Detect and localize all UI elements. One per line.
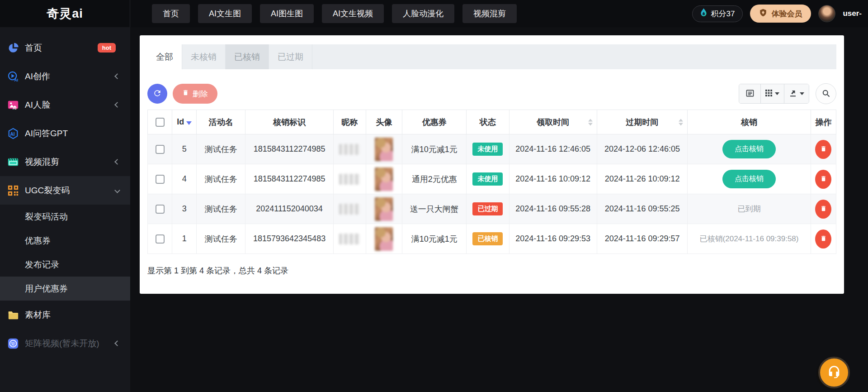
- cell-actions: [811, 134, 836, 164]
- sidebar-subitem-label: 用户优惠券: [25, 283, 68, 295]
- ai-gpt-icon: AI: [7, 127, 19, 140]
- tab-unverified[interactable]: 未核销: [182, 44, 226, 69]
- sidebar-item-video-mix[interactable]: 视频混剪: [0, 148, 130, 176]
- cell-id: 4: [172, 164, 197, 194]
- sidebar-subitem-fission-activity[interactable]: 裂变码活动: [0, 205, 130, 229]
- member-label: 体验会员: [771, 9, 802, 19]
- sidebar-item-ai-face[interactable]: AI AI人脸: [0, 91, 130, 119]
- topnav-video-mix[interactable]: 视频混剪: [462, 4, 517, 23]
- search-button[interactable]: [816, 83, 836, 104]
- avatar: [375, 227, 393, 251]
- sidebar-item-ugc-fission[interactable]: UGC裂变码: [0, 176, 130, 205]
- sidebar-item-home[interactable]: 首页 hot: [0, 33, 130, 62]
- delete-button[interactable]: 删除: [173, 84, 217, 104]
- cell-status: 已核销: [467, 224, 509, 254]
- cell-expire: 2024-11-26 10:09:12: [597, 164, 687, 194]
- ai-face-icon: AI: [7, 99, 19, 111]
- pagination-summary: 显示第 1 到第 4 条记录，总共 4 条记录: [147, 265, 288, 276]
- sidebar-item-label: UGC裂变码: [25, 185, 115, 196]
- row-delete-button[interactable]: [815, 229, 831, 249]
- verify-button[interactable]: 点击核销: [722, 140, 776, 158]
- topnav-face-anime[interactable]: 人脸动漫化: [392, 4, 454, 23]
- chevron-left-icon: [114, 340, 120, 346]
- topnav-image-to-image[interactable]: AI图生图: [260, 4, 314, 23]
- column-header-avatar: 头像: [366, 110, 402, 134]
- sort-desc-icon: [186, 121, 192, 125]
- svg-text:矩: 矩: [11, 341, 15, 346]
- user-avatar[interactable]: [818, 5, 835, 22]
- topbar-right: 积分37 体验会员 user-: [692, 5, 868, 23]
- cell-code: 1815843112274985: [245, 134, 333, 164]
- avatar: [375, 167, 393, 191]
- cell-received: 2024-11-16 09:55:28: [509, 194, 597, 224]
- columns-button[interactable]: [761, 84, 784, 103]
- sidebar-item-label: AI问答GPT: [25, 128, 119, 139]
- sidebar-item-material-library[interactable]: 素材库: [0, 301, 130, 329]
- row-checkbox[interactable]: [156, 145, 165, 154]
- column-header-expire[interactable]: 过期时间: [597, 110, 687, 134]
- verify-button[interactable]: 点击核销: [722, 170, 776, 188]
- row-delete-button[interactable]: [815, 200, 831, 219]
- cell-expire: 2024-11-16 09:29:57: [597, 224, 687, 254]
- sidebar-item-ai-create[interactable]: AI AI创作: [0, 62, 130, 91]
- main-content: 全部 未核销 已核销 已过期 删除: [130, 27, 868, 392]
- member-button[interactable]: 体验会员: [750, 5, 811, 23]
- refresh-icon: [153, 89, 162, 99]
- flame-icon: [700, 8, 707, 19]
- detail-view-button[interactable]: [739, 84, 761, 103]
- refresh-button[interactable]: [147, 84, 167, 104]
- chevron-left-icon: [114, 159, 120, 165]
- cell-coupon: 送一只大闸蟹: [402, 194, 467, 224]
- blurred-nickname: [339, 204, 360, 215]
- column-header-coupon: 优惠券: [402, 110, 467, 134]
- tab-all[interactable]: 全部: [147, 44, 182, 69]
- view-options-group: [739, 84, 809, 104]
- sidebar-item-label: 素材库: [25, 309, 119, 321]
- cell-activity: 测试任务: [197, 224, 245, 254]
- row-checkbox[interactable]: [156, 234, 165, 244]
- tab-verified[interactable]: 已核销: [226, 44, 269, 69]
- sidebar-subitem-coupons[interactable]: 优惠券: [0, 229, 130, 253]
- trash-icon: [820, 145, 827, 153]
- blurred-nickname: [339, 144, 360, 155]
- points-badge[interactable]: 积分37: [692, 5, 743, 22]
- tab-expired[interactable]: 已过期: [269, 44, 312, 69]
- sidebar-item-matrix-video[interactable]: 矩 矩阵视频(暂未开放): [0, 329, 130, 358]
- column-header-received[interactable]: 领取时间: [509, 110, 597, 134]
- select-all-checkbox[interactable]: [156, 118, 165, 127]
- sidebar-subitem-label: 裂变码活动: [25, 211, 68, 223]
- table-header-row: Id 活动名 核销标识 昵称 头像 优惠券 状态 领取时间 过期时间 核销 操作: [148, 110, 836, 134]
- toolbar-right: [739, 83, 836, 104]
- topnav-home[interactable]: 首页: [152, 4, 190, 23]
- caret-down-icon: [800, 92, 804, 95]
- cell-code: 1815843112274985: [245, 164, 333, 194]
- export-button[interactable]: [784, 84, 809, 103]
- sidebar-subitem-user-coupons[interactable]: 用户优惠券: [0, 277, 130, 301]
- sidebar-subitem-publish-records[interactable]: 发布记录: [0, 253, 130, 277]
- row-checkbox[interactable]: [156, 205, 165, 214]
- table-row: 5 测试任务 1815843112274985 满10元减1元 未使用 2024…: [148, 134, 836, 164]
- username: user-: [843, 9, 862, 18]
- cell-avatar: [366, 164, 402, 194]
- status-badge: 已过期: [472, 202, 503, 215]
- app-logo: 奇灵ai: [0, 0, 130, 27]
- svg-text:AI: AI: [13, 106, 16, 110]
- cell-nickname: [333, 134, 366, 164]
- sort-icon: [679, 119, 683, 125]
- trash-icon: [820, 235, 827, 243]
- row-delete-button[interactable]: [815, 140, 831, 159]
- delete-label: 删除: [193, 89, 208, 99]
- sidebar-item-ai-gpt[interactable]: AI AI问答GPT: [0, 119, 130, 148]
- sidebar-item-label: AI人脸: [25, 99, 115, 111]
- cell-code: 202411152040034: [245, 194, 333, 224]
- topbar: 奇灵ai 首页 AI文生图 AI图生图 AI文生视频 人脸动漫化 视频混剪 积分…: [0, 0, 868, 27]
- row-checkbox[interactable]: [156, 175, 165, 184]
- sidebar-item-label: AI创作: [25, 71, 115, 82]
- blurred-nickname: [339, 234, 360, 244]
- customer-service-fab[interactable]: [818, 357, 850, 388]
- topnav-text-to-image[interactable]: AI文生图: [198, 4, 252, 23]
- sort-icon: [588, 119, 593, 125]
- column-header-id[interactable]: Id: [172, 110, 197, 134]
- row-delete-button[interactable]: [815, 170, 831, 189]
- topnav-text-to-video[interactable]: AI文生视频: [322, 4, 384, 23]
